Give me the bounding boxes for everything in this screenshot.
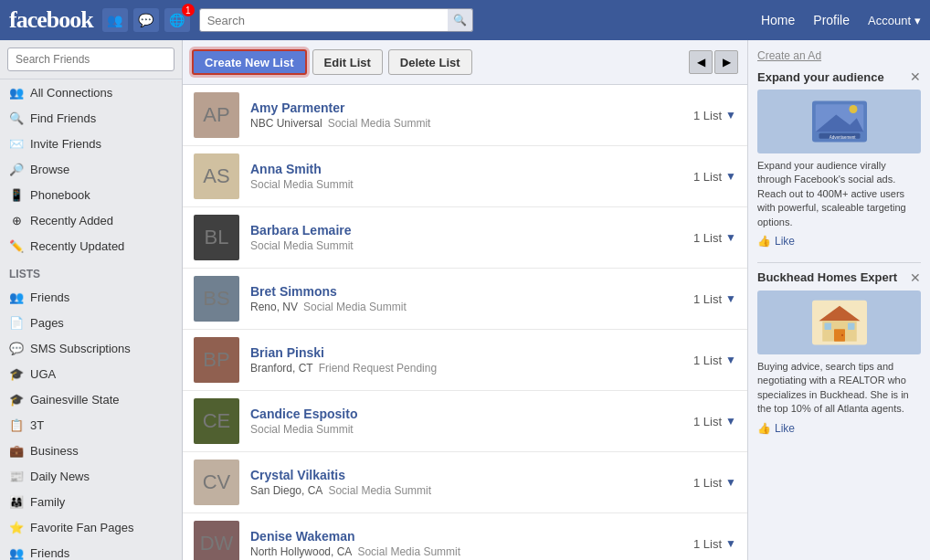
sidebar-item-browse[interactable]: 🔎Browse (0, 156, 182, 182)
sidebar-list-label-favorite-fan-pages: Favorite Fan Pages (30, 521, 133, 534)
contact-name-amy[interactable]: Amy Parmenter (250, 100, 693, 115)
contact-info-denise: Denise Wakeman North Hollywood, CASocial… (250, 529, 693, 558)
sidebar-label-find-friends: Find Friends (30, 111, 96, 125)
business-list-icon: 💼 (9, 443, 24, 458)
ad1-header: Expand your audience ✕ (757, 69, 921, 84)
contact-name-anna[interactable]: Anna Smith (250, 162, 693, 176)
sidebar-lists: 👥Friends📄Pages💬SMS Subscriptions🎓UGA🎓Gai… (0, 284, 182, 560)
sidebar-list-item-friends2[interactable]: 👥Friends (0, 540, 182, 560)
contact-list: AP Amy Parmenter NBC UniversalSocial Med… (183, 85, 747, 560)
svg-text:Advertisement: Advertisement (829, 135, 856, 140)
sidebar-item-recently-added[interactable]: ⊕Recently Added (0, 207, 182, 233)
list-dropdown-anna[interactable]: ▼ (725, 170, 736, 183)
sidebar-list-item-friends[interactable]: 👥Friends (0, 284, 182, 310)
account-dropdown[interactable]: Account ▾ (868, 13, 921, 27)
nav-right-links: Home Profile Account ▾ (761, 13, 921, 27)
sidebar-list-item-sms-subscriptions[interactable]: 💬SMS Subscriptions (0, 335, 182, 361)
list-dropdown-bret[interactable]: ▼ (725, 292, 736, 305)
prev-page-button[interactable]: ◀ (689, 50, 713, 74)
ad2-title: Buckhead Homes Expert (757, 270, 897, 284)
sidebar-list-item-pages[interactable]: 📄Pages (0, 310, 182, 335)
friends2-list-icon: 👥 (9, 545, 24, 560)
sidebar-item-all-connections[interactable]: 👥All Connections (0, 79, 182, 105)
list-dropdown-crystal[interactable]: ▼ (725, 476, 736, 489)
contact-list-badge-bret: 1 List ▼ (693, 292, 736, 306)
ad2-close-icon[interactable]: ✕ (910, 270, 921, 285)
contact-meta-brian: Branford, CTFriend Request Pending (250, 362, 693, 375)
list-dropdown-amy[interactable]: ▼ (725, 109, 736, 122)
ad1-like-button[interactable]: 👍 Like (757, 235, 921, 248)
sidebar-list-item-3t[interactable]: 📋3T (0, 412, 182, 438)
contact-name-barbara[interactable]: Barbara Lemaire (250, 223, 693, 238)
sidebar-list-label-friends: Friends (30, 291, 69, 304)
ad-buckhead: Buckhead Homes Expert ✕ Buying advice (757, 270, 921, 435)
sidebar-list-label-daily-news: Daily News (30, 470, 90, 483)
contact-row[interactable]: CE Candice Esposito Social Media Summit … (183, 391, 747, 452)
sidebar-list-item-favorite-fan-pages[interactable]: ⭐Favorite Fan Pages (0, 514, 182, 540)
sidebar-list-item-family[interactable]: 👨‍👩‍👧Family (0, 489, 182, 514)
contact-row[interactable]: BP Brian Pinski Branford, CTFriend Reque… (183, 330, 747, 391)
contact-meta-bret: Reno, NVSocial Media Summit (250, 301, 693, 313)
left-sidebar: 👥All Connections🔍Find Friends✉️Invite Fr… (0, 40, 183, 560)
ad2-header: Buckhead Homes Expert ✕ (757, 270, 921, 285)
friends-list-icon: 👥 (9, 290, 24, 304)
sidebar-search-wrap (0, 40, 182, 79)
home-link[interactable]: Home (761, 13, 795, 27)
sidebar-item-invite-friends[interactable]: ✉️Invite Friends (0, 131, 182, 156)
contact-row[interactable]: CV Crystal Vilkaitis San Diego, CASocial… (183, 452, 747, 513)
invite-friends-icon: ✉️ (9, 136, 24, 151)
contact-name-crystal[interactable]: Crystal Vilkaitis (250, 468, 693, 482)
list-dropdown-brian[interactable]: ▼ (725, 354, 736, 366)
next-page-button[interactable]: ▶ (714, 50, 738, 74)
sidebar-search-input[interactable] (7, 48, 174, 71)
create-new-list-button[interactable]: Create New List (192, 49, 307, 75)
list-dropdown-denise[interactable]: ▼ (725, 537, 736, 550)
sidebar-main-links: 👥All Connections🔍Find Friends✉️Invite Fr… (0, 79, 182, 259)
contact-row[interactable]: AS Anna Smith Social Media Summit 1 List… (183, 146, 747, 207)
contact-row[interactable]: BL Barbara Lemaire Social Media Summit 1… (183, 207, 747, 269)
contact-info-barbara: Barbara Lemaire Social Media Summit (250, 223, 693, 252)
search-input[interactable] (199, 8, 473, 32)
family-list-icon: 👨‍👩‍👧 (9, 494, 24, 509)
sidebar-item-recently-updated[interactable]: ✏️Recently Updated (0, 233, 182, 259)
sidebar-list-label-friends2: Friends (30, 546, 69, 560)
find-friends-icon: 🔍 (9, 111, 24, 125)
contact-avatar-anna: AS (194, 153, 239, 199)
list-dropdown-candice[interactable]: ▼ (725, 415, 736, 428)
sidebar-list-item-business[interactable]: 💼Business (0, 438, 182, 463)
contact-avatar-bret: BS (194, 276, 239, 322)
search-submit-button[interactable]: 🔍 (448, 8, 473, 32)
pagination-arrows: ◀ ▶ (689, 50, 738, 74)
sidebar-list-item-uga[interactable]: 🎓UGA (0, 361, 182, 386)
messages-nav-icon[interactable]: 💬 (133, 8, 159, 32)
list-dropdown-barbara[interactable]: ▼ (725, 231, 736, 244)
contact-name-bret[interactable]: Bret Simmons (250, 284, 693, 299)
notifications-nav-icon[interactable]: 🌐 1 (164, 8, 190, 32)
ad1-title: Expand your audience (757, 70, 884, 84)
sidebar-list-item-daily-news[interactable]: 📰Daily News (0, 463, 182, 489)
sidebar-item-phonebook[interactable]: 📱Phonebook (0, 182, 182, 207)
contact-row[interactable]: DW Denise Wakeman North Hollywood, CASoc… (183, 513, 747, 560)
edit-list-button[interactable]: Edit List (312, 49, 383, 75)
contact-name-brian[interactable]: Brian Pinski (250, 345, 693, 360)
delete-list-button[interactable]: Delete List (388, 49, 472, 75)
sidebar-label-all-connections: All Connections (30, 86, 112, 100)
sidebar-item-find-friends[interactable]: 🔍Find Friends (0, 105, 182, 131)
svg-rect-12 (848, 322, 855, 330)
contact-avatar-brian: BP (194, 337, 239, 383)
contact-name-denise[interactable]: Denise Wakeman (250, 529, 693, 544)
sidebar-list-item-gainesville-state[interactable]: 🎓Gainesville State (0, 386, 182, 412)
contact-name-candice[interactable]: Candice Esposito (250, 407, 693, 421)
sidebar-list-label-family: Family (30, 495, 65, 509)
create-ad-link[interactable]: Create an Ad (757, 49, 921, 62)
ad-expand-audience: Expand your audience ✕ Advertisement Exp… (757, 69, 921, 248)
phonebook-icon: 📱 (9, 187, 24, 202)
sidebar-list-label-sms-subscriptions: SMS Subscriptions (30, 342, 131, 355)
ad1-close-icon[interactable]: ✕ (910, 69, 921, 84)
contact-row[interactable]: AP Amy Parmenter NBC UniversalSocial Med… (183, 85, 747, 146)
ad2-like-button[interactable]: 👍 Like (757, 422, 921, 435)
friends-nav-icon[interactable]: 👥 (102, 8, 128, 32)
profile-link[interactable]: Profile (813, 13, 850, 27)
contact-toolbar: Create New List Edit List Delete List ◀ … (183, 40, 747, 85)
contact-row[interactable]: BS Bret Simmons Reno, NVSocial Media Sum… (183, 269, 747, 330)
